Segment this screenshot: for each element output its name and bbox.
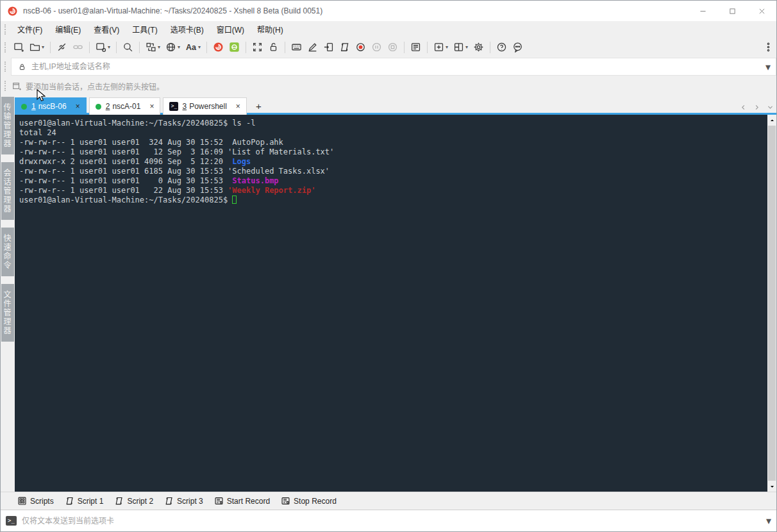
virtual-keyboard-icon[interactable] [289, 40, 304, 54]
sidebar-item-session-manager[interactable]: 会话管理器 [1, 162, 14, 220]
toolbar-drag-handle[interactable] [4, 42, 7, 53]
address-dropdown-icon[interactable]: ▾ [760, 61, 776, 73]
menu-bar: 文件(F) 编辑(E) 查看(V) 工具(T) 选项卡(B) 窗口(W) 帮助(… [1, 21, 776, 37]
compose-dropdown-icon[interactable]: ▾ [761, 515, 776, 527]
new-tab-icon[interactable]: ▾ [431, 40, 450, 54]
help-icon[interactable] [494, 40, 509, 54]
new-session-icon[interactable] [12, 40, 26, 54]
disconnect-icon[interactable] [54, 40, 69, 54]
connected-dot-icon [21, 104, 27, 110]
compose-input[interactable] [22, 517, 761, 526]
image-file-name: Status.bmp [232, 176, 278, 185]
quick-button-start-record[interactable]: Start Record [214, 496, 270, 506]
quick-button-stop-record[interactable]: Stop Record [281, 496, 337, 506]
split-layout-icon[interactable]: ▾ [451, 40, 470, 54]
search-icon[interactable] [121, 40, 135, 54]
quick-button-script-1[interactable]: Script 1 [65, 496, 104, 506]
add-session-icon [12, 81, 22, 91]
properties-notes-icon[interactable] [408, 40, 423, 54]
host-address-input[interactable] [31, 62, 760, 71]
address-box[interactable]: ▾ [11, 58, 776, 76]
tab-close-icon[interactable]: × [236, 102, 240, 111]
maximize-button[interactable] [717, 1, 747, 21]
tab-close-icon[interactable]: × [149, 102, 154, 111]
quick-button-script-3[interactable]: Script 3 [164, 496, 203, 506]
menu-edit[interactable]: 编辑(E) [49, 22, 87, 37]
stop-record-icon[interactable] [385, 40, 400, 54]
compose-pen-icon[interactable] [305, 40, 320, 54]
menu-file[interactable]: 文件(F) [11, 22, 49, 37]
terminal-line: -rw-rw-r-- 1 user01 user01 324 Aug 30 15… [19, 138, 767, 147]
hint-bar: 要添加当前会话，点击左侧的箭头按钮。 [1, 76, 776, 96]
menu-help[interactable]: 帮助(H) [251, 22, 290, 37]
powershell-icon: >_ [169, 102, 178, 111]
scroll-up-icon[interactable] [767, 115, 776, 125]
address-bar: ▾ [1, 57, 776, 76]
script-scroll-icon [164, 496, 174, 506]
hint-drag-handle[interactable] [4, 81, 7, 91]
close-button[interactable] [747, 1, 776, 21]
scroll-down-icon[interactable] [767, 481, 776, 492]
terminal-prompt-line: user01@alan-Virtual-Machine:~/Tasks/2024… [19, 195, 767, 205]
terminal-line: -rw-rw-r-- 1 user01 user01 0 Aug 30 15:5… [19, 176, 767, 186]
record-icon[interactable] [353, 40, 368, 54]
xshell-logo-icon [7, 6, 18, 17]
terminal-screen[interactable]: user01@alan-Virtual-Machine:~/Tasks/2024… [15, 115, 767, 492]
minimize-button[interactable] [688, 1, 717, 21]
start-record-icon [214, 496, 224, 506]
menu-drag-handle[interactable] [4, 24, 7, 35]
script-icon[interactable] [337, 40, 352, 54]
reconnect-icon[interactable] [71, 40, 85, 54]
tab-list-icon[interactable] [767, 104, 774, 111]
menu-view[interactable]: 查看(V) [87, 22, 126, 37]
tab-nscB-06[interactable]: 1 nscB-06 × [15, 97, 87, 115]
tab-number: 3 [182, 102, 187, 111]
address-drag-handle[interactable] [4, 62, 7, 72]
sidebar-item-quick-commands[interactable]: 快速命令 [1, 228, 14, 276]
tool-bar: ▾ ▾ ▾ ▾ Aa▾ ▾ ▾ [1, 37, 776, 57]
tab-number: 2 [106, 102, 110, 111]
main-area: 传输管理器 会话管理器 快速命令 文件管理器 user01@alan-Virtu… [1, 115, 776, 492]
tab-close-icon[interactable]: × [76, 102, 80, 111]
tab-label: nscA-01 [112, 102, 140, 111]
quick-command-bar: Scripts Script 1 Script 2 Script 3 Start… [1, 492, 776, 510]
tab-scroll-right-icon[interactable] [753, 104, 760, 111]
transfer-icon[interactable]: ▾ [144, 40, 162, 54]
menu-tools[interactable]: 工具(T) [126, 22, 163, 37]
terminal-line: -rw-rw-r-- 1 user01 user01 12 Sep 3 16:0… [19, 147, 767, 157]
scrollbar-thumb[interactable] [768, 126, 776, 481]
feedback-icon[interactable] [510, 40, 525, 54]
quick-button-script-2[interactable]: Script 2 [114, 496, 153, 506]
tab-label: Powershell [189, 102, 227, 111]
lock-screen-icon[interactable] [266, 40, 281, 54]
tab-powershell[interactable]: >_ 3 Powershell × [163, 97, 246, 115]
scripts-grid-icon [17, 496, 27, 506]
tab-scroll-left-icon[interactable] [740, 104, 747, 111]
terminal-cursor [232, 195, 237, 204]
script-scroll-icon [65, 496, 74, 506]
font-icon[interactable]: Aa▾ [183, 41, 203, 54]
xshell-window: nscB-06 - user01@alan-Virtual-Machine: ~… [0, 0, 777, 532]
sidebar-item-file-manager[interactable]: 文件管理器 [1, 284, 14, 342]
more-ellipsis-icon[interactable] [761, 40, 776, 54]
session-properties-icon[interactable]: ▾ [94, 40, 112, 54]
terminal-line: drwxrwxr-x 2 user01 user01 4096 Sep 5 12… [19, 157, 767, 167]
settings-gear-icon[interactable] [471, 40, 486, 54]
menu-tab[interactable]: 选项卡(B) [164, 22, 210, 37]
logging-icon[interactable] [321, 40, 336, 54]
xshell-home-icon[interactable] [211, 40, 226, 54]
sidebar-item-transfer-manager[interactable]: 传输管理器 [1, 97, 14, 154]
encoding-globe-icon[interactable]: ▾ [163, 40, 182, 54]
side-pane-rail: 传输管理器 会话管理器 快速命令 文件管理器 [1, 115, 15, 492]
pause-record-icon[interactable] [369, 40, 384, 54]
open-session-icon[interactable]: ▾ [28, 40, 46, 54]
lock-icon [18, 63, 26, 71]
tab-label: nscB-06 [38, 102, 67, 111]
fullscreen-icon[interactable] [250, 40, 265, 54]
menu-window[interactable]: 窗口(W) [210, 22, 251, 37]
new-tab-button[interactable]: + [249, 97, 268, 115]
quick-button-scripts[interactable]: Scripts [17, 496, 54, 506]
tab-nscA-01[interactable]: 2 nscA-01 × [89, 97, 161, 115]
vertical-scrollbar[interactable] [767, 115, 776, 492]
xftp-icon[interactable] [227, 40, 242, 54]
